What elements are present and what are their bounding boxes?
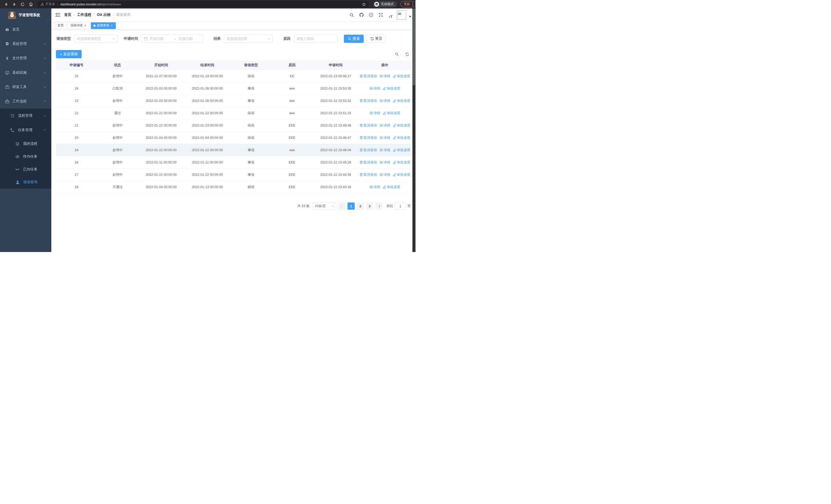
reload-icon[interactable] (19, 1, 26, 8)
not-secure-warning-icon[interactable]: 不安全 (40, 2, 55, 6)
action-link-取消请假[interactable]: 取消请假 (360, 136, 377, 140)
action-link-取消请假[interactable]: 取消请假 (360, 98, 377, 103)
cell-end: 2022-01-19 00:00:00 (184, 74, 230, 78)
sidebar-item-流程管理[interactable]: 流程管理 (0, 109, 51, 123)
breadcrumb-item-工作流程[interactable]: 工作流程 (77, 12, 91, 17)
fullscreen-icon[interactable] (377, 11, 384, 19)
address-bar[interactable]: 不安全 dashboard.yudao.iocoder.cn/bpm/oa/le… (37, 1, 369, 7)
action-link-详情[interactable]: 详情 (379, 136, 390, 140)
github-icon[interactable] (358, 11, 365, 19)
action-link-审批进度[interactable]: 审批进度 (393, 148, 410, 152)
page-size-select[interactable]: 10条/页 (313, 203, 336, 210)
apply-time-range-picker[interactable]: 开始日期 - 结束日期 (141, 35, 203, 43)
sidebar-item-待办任务[interactable]: 待办任务 (0, 150, 51, 163)
help-icon[interactable]: ? (368, 11, 375, 19)
reason-placeholder: 请输入原因 (296, 36, 335, 41)
tag-流程详情[interactable]: 流程详情× (68, 22, 89, 29)
action-link-详情[interactable]: 详情 (370, 111, 380, 116)
cell-actions: 取消请假详情审批进度 (359, 74, 411, 79)
sidebar-item-label: 研发工具 (12, 85, 27, 89)
avatar-dropdown-caret-icon[interactable] (409, 16, 411, 18)
breadcrumb-item-OA 示例[interactable]: OA 示例 (97, 12, 110, 17)
cell-id: 18 (56, 160, 97, 164)
goto-page-input[interactable]: 1 (395, 203, 406, 210)
refresh-icon (370, 37, 374, 40)
action-link-审批进度[interactable]: 审批进度 (393, 173, 410, 177)
sidebar-item-我的流程[interactable]: 我的流程 (0, 137, 51, 150)
avatar[interactable] (397, 10, 406, 20)
cell-end: 2022-01-22 00:00:00 (184, 148, 230, 152)
sidebar-item-工作流程[interactable]: 工作流程 (0, 94, 51, 109)
page-button-3[interactable]: 3 (366, 203, 373, 210)
action-link-详情[interactable]: 详情 (370, 185, 380, 189)
incognito-badge: 无痕模式 (373, 1, 397, 7)
cell-applied: 2022-01-22 23:53:32 (313, 99, 359, 102)
next-page-button[interactable] (375, 203, 382, 210)
action-link-审批进度[interactable]: 审批进度 (393, 160, 410, 165)
sidebar-item-任务管理[interactable]: 任务管理 (0, 123, 51, 137)
breadcrumb-item-首页[interactable]: 首页 (64, 12, 71, 17)
search-button-label: 搜索 (353, 36, 360, 41)
tag-label: 首页 (57, 23, 64, 28)
close-icon[interactable]: × (84, 24, 87, 27)
action-link-审批进度[interactable]: 审批进度 (393, 98, 410, 103)
action-link-详情[interactable]: 详情 (379, 74, 390, 79)
back-icon[interactable] (3, 1, 10, 8)
action-link-审批进度[interactable]: 审批进度 (393, 74, 410, 79)
close-icon[interactable]: × (110, 24, 113, 27)
reset-button[interactable]: 重置 (367, 35, 386, 43)
page-button-1[interactable]: 1 (347, 203, 355, 210)
sidebar-item-首页[interactable]: 首页 (0, 22, 51, 37)
page-scrollbar[interactable] (412, 8, 416, 252)
sidebar-item-基础设施[interactable]: 基础设施 (0, 65, 51, 80)
action-link-取消请假[interactable]: 取消请假 (360, 123, 377, 128)
font-size-icon[interactable]: TT (387, 11, 394, 19)
action-link-详情[interactable]: 详情 (379, 173, 390, 177)
action-link-取消请假[interactable]: 取消请假 (360, 148, 377, 152)
refresh-table-button[interactable] (403, 50, 411, 58)
delete-icon (360, 148, 363, 152)
tag-首页[interactable]: 首页 (55, 22, 66, 29)
scrollbar-thumb[interactable] (413, 8, 415, 85)
reason-input[interactable]: 请输入原因 (294, 35, 338, 43)
kebab-menu-icon[interactable] (412, 2, 413, 6)
sidebar-item-支付管理[interactable]: ¥支付管理 (0, 51, 51, 65)
action-link-详情[interactable]: 详情 (379, 123, 390, 128)
bookmark-star-icon[interactable] (362, 2, 366, 6)
action-link-详情[interactable]: 详情 (370, 86, 380, 91)
leave-type-select[interactable]: 请选择请假类型 (74, 35, 118, 43)
page-button-2[interactable]: 2 (357, 203, 364, 210)
sidebar-item-系统管理[interactable]: 系统管理 (0, 37, 51, 51)
action-link-取消请假[interactable]: 取消请假 (360, 173, 377, 177)
prev-page-button[interactable] (338, 203, 345, 210)
action-link-审批进度[interactable]: 审批进度 (393, 136, 410, 140)
sidebar-toggle-icon[interactable] (51, 8, 64, 21)
sidebar-item-已办任务[interactable]: 已办任务 (0, 163, 51, 176)
action-link-详情[interactable]: 详情 (379, 148, 390, 152)
create-leave-button[interactable]: + 发起请假 (56, 50, 82, 58)
action-link-审批进度[interactable]: 审批进度 (383, 185, 400, 189)
action-link-审批进度[interactable]: 审批进度 (383, 111, 400, 116)
goto-label: 前往 (386, 204, 393, 208)
column-header-申请时间: 申请时间 (313, 63, 359, 67)
home-icon[interactable] (27, 1, 34, 8)
action-label: 详情 (374, 86, 380, 91)
action-link-审批进度[interactable]: 审批进度 (393, 123, 410, 128)
result-select[interactable]: 请选择流结果 (224, 35, 273, 43)
action-link-取消请假[interactable]: 取消请假 (360, 74, 377, 79)
forward-icon[interactable] (11, 1, 18, 8)
sidebar-item-研发工具[interactable]: 研发工具 (0, 80, 51, 94)
action-link-审批进度[interactable]: 审批进度 (383, 86, 400, 91)
header-search-icon[interactable] (348, 11, 355, 19)
search-button[interactable]: 搜索 (344, 35, 364, 43)
tag-请假查询[interactable]: 请假查询× (91, 22, 116, 29)
update-button[interactable]: 更新 (400, 1, 416, 7)
action-link-取消请假[interactable]: 取消请假 (360, 160, 377, 165)
action-link-详情[interactable]: 详情 (379, 98, 390, 103)
action-link-详情[interactable]: 详情 (379, 160, 390, 165)
cell-start: 2022-01-22 00:00:00 (138, 148, 184, 152)
show-search-toggle-button[interactable] (393, 50, 401, 58)
column-header-开始时间: 开始时间 (138, 63, 184, 67)
leave-type-placeholder: 请选择请假类型 (77, 36, 113, 41)
sidebar-item-请假查询[interactable]: 请假查询 (0, 176, 51, 188)
